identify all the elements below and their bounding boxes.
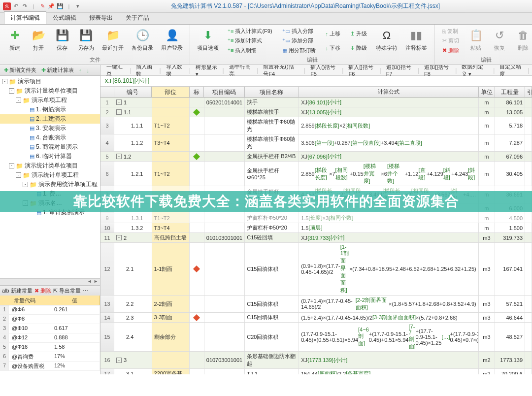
tab-report-export[interactable]: 报表导出	[83, 11, 119, 24]
cell-formula[interactable]: 1.5[长度]×3[相同个数]	[299, 213, 479, 223]
cell-part[interactable]	[152, 107, 190, 117]
tree-expand-icon[interactable]: -	[9, 88, 14, 94]
tree-item[interactable]: -📁演示统计类单位项目	[0, 161, 100, 170]
print-part-button[interactable]: ▦用分部打断	[280, 46, 318, 55]
cell-name[interactable]: 金属扶手栏杆 B2/4B	[245, 152, 299, 161]
cell-name[interactable]: 楼梯靠墙扶手	[245, 107, 299, 117]
cell-mark[interactable]	[190, 296, 204, 312]
add-part-button[interactable]: ⁺▭添加分部	[280, 36, 318, 45]
grid-header-qty[interactable]: 工程量	[495, 87, 525, 97]
grid-row[interactable]: 142.33-3剖面C15回填体积(1.5+2.4)×(17.7-0.45-14…	[100, 313, 532, 323]
cell-part[interactable]	[152, 352, 190, 368]
cell-mark[interactable]	[190, 162, 204, 186]
cell-qty[interactable]: 70.200 A	[495, 369, 525, 374]
delete2-button[interactable]: 🗑删除	[512, 27, 532, 55]
cell-ext[interactable]	[525, 223, 532, 232]
cell-formula[interactable]: 154.44[底面积]/2.2[条基宽度]	[299, 369, 479, 374]
cell-ext[interactable]	[525, 152, 532, 161]
grid-row[interactable]: 1-1050201014001扶手XJ{86.101}[小计]m86.101	[100, 98, 532, 107]
cell-formula[interactable]: 2.859[梯段长度]×7[相同段数]+0.15[楼梯井宽度]×6[楼梯井个数]…	[299, 162, 479, 186]
cell-unit[interactable]: m2	[479, 369, 495, 374]
grid-row[interactable]: 16-3010703001001条形基础侧边防水翻起XJ{1773.139}[小…	[100, 352, 532, 369]
cell-ext[interactable]	[525, 213, 532, 223]
cell-part[interactable]: T3~T4	[152, 223, 190, 232]
cell-part[interactable]	[152, 98, 190, 107]
tab-calc-edit[interactable]: 计算书编辑	[4, 11, 46, 24]
cell-code[interactable]	[204, 243, 245, 295]
move-down-button[interactable]: ↓下移	[324, 43, 343, 53]
cell-num[interactable]: 2.4	[114, 323, 152, 351]
tab-formula-edit[interactable]: 公式编辑	[46, 11, 83, 24]
grid-row[interactable]: 132.22-2剖面C15回填体积(0.7+1.4)×(17.7-0.45-14…	[100, 296, 532, 313]
tree-scroll-left-icon[interactable]: ◄	[87, 279, 92, 285]
downgrade-button[interactable]: ↧降级	[348, 43, 369, 53]
cell-unit[interactable]: m	[479, 162, 495, 186]
annotate-button[interactable]: ▮▮注释标签	[402, 27, 430, 55]
grid-row[interactable]: 11-2高低跨挡土墙010103001001C15砼回填XJ{319.733}[…	[100, 233, 532, 243]
cell-mark[interactable]	[190, 107, 204, 117]
constant-row[interactable]: 4@Φ120.888	[0, 333, 100, 343]
cell-code[interactable]	[204, 152, 245, 161]
cell-part[interactable]: T3~T4	[152, 134, 190, 151]
cell-part[interactable]: 1-1剖面	[152, 243, 190, 295]
cell-mark[interactable]	[190, 117, 204, 134]
constant-row[interactable]: 7@设备购置税12%	[0, 362, 100, 371]
login-button[interactable]: 👤用户登录	[158, 27, 186, 55]
grid-header-code[interactable]: 项目编码	[204, 87, 245, 97]
cell-name[interactable]: C15回填体积	[245, 243, 299, 295]
cell-qty[interactable]: 1.500	[495, 223, 525, 232]
cell-unit[interactable]: m	[479, 134, 495, 151]
cell-qty[interactable]: 57.521	[495, 296, 525, 312]
grid-row[interactable]: 173.12200宽条基TJ-1154.44[底面积]/2.2[条基宽度]m27…	[100, 369, 532, 374]
cell-part[interactable]: T1~T2	[152, 213, 190, 223]
cell-code[interactable]	[204, 134, 245, 151]
tree-expand-icon[interactable]: -	[16, 172, 21, 178]
tree-item[interactable]: ▤1. 钢筋演示	[0, 105, 100, 114]
grid-header-num[interactable]: 编号	[114, 87, 152, 97]
cell-num[interactable]: 1.2.1	[114, 162, 152, 186]
row-expand-icon[interactable]: -	[116, 235, 122, 240]
export-const-button[interactable]: ⇱ 导出常量	[53, 287, 81, 295]
upgrade-button[interactable]: ↥升级	[348, 29, 369, 38]
cell-ext[interactable]	[525, 162, 532, 186]
cell-formula[interactable]: XJ{1773.139}[小计]	[299, 352, 479, 368]
cell-num[interactable]: -1.2	[114, 152, 152, 161]
constant-row[interactable]: 2@Φ8	[0, 315, 100, 324]
tab-about[interactable]: 关于产品	[119, 11, 156, 24]
formula-bar[interactable]: XJ {86.101}[小计]	[100, 76, 532, 87]
grid-header-formula[interactable]: 计算公式	[299, 87, 479, 97]
cell-num[interactable]: -1	[114, 98, 152, 107]
cell-part[interactable]: 2-2剖面	[152, 296, 190, 312]
cell-formula[interactable]: XJ{67.096}[小计]	[299, 152, 479, 161]
cell-num[interactable]: -3	[114, 352, 152, 368]
cell-name[interactable]: 楼梯靠墙扶手Φ60抛光	[245, 117, 299, 134]
cell-qty[interactable]: 13.005	[495, 107, 525, 117]
special-char-button[interactable]: Ω特殊字符	[373, 27, 400, 55]
cell-mark[interactable]	[190, 213, 204, 223]
cell-unit[interactable]: m3	[479, 323, 495, 351]
cell-code[interactable]: 010103001001	[204, 233, 245, 242]
cell-code[interactable]	[204, 223, 245, 232]
cell-ext[interactable]	[525, 134, 532, 151]
tree-item[interactable]: ▤2. 土建演示	[0, 114, 100, 124]
cell-code[interactable]	[204, 369, 245, 374]
pin-icon[interactable]: 📌	[47, 2, 55, 10]
cell-part[interactable]: 3-3剖面	[152, 313, 190, 322]
grid-header-name[interactable]: 项目名称	[245, 87, 299, 97]
cell-qty[interactable]: 67.096	[495, 152, 525, 161]
save-qat-icon[interactable]: 💾	[56, 2, 64, 10]
tree-expand-icon[interactable]: -	[9, 163, 14, 168]
constant-row[interactable]: 6@咨询费17%	[0, 352, 100, 362]
cell-unit[interactable]: m3	[479, 313, 495, 322]
grid-row[interactable]: 61.2.1T1~T2金属扶手栏杆Φ60*252.859[梯段长度]×7[相同段…	[100, 162, 532, 186]
cell-unit[interactable]: m	[479, 117, 495, 134]
copy-button[interactable]: ⎘复制	[440, 27, 461, 36]
cell-qty[interactable]: 30.405	[495, 162, 525, 186]
cell-name[interactable]: 护窗栏杆Φ50*20	[245, 213, 299, 223]
cell-num[interactable]: -1.1	[114, 107, 152, 117]
cell-num[interactable]: 2.1	[114, 243, 152, 295]
save-button[interactable]: 💾保存	[51, 27, 73, 55]
cell-formula[interactable]: XJ{86.101}[小计]	[299, 98, 479, 107]
cell-ext[interactable]	[525, 107, 532, 117]
cell-name[interactable]: C15回填体积	[245, 296, 299, 312]
